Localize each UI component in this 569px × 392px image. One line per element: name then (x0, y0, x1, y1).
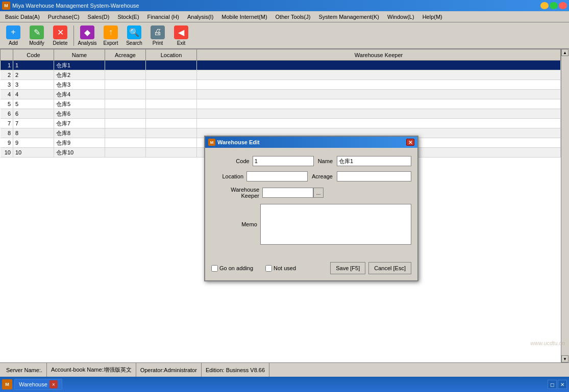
menu-item-financial--h-[interactable]: Financial (H) (143, 13, 183, 21)
memo-textarea[interactable] (260, 204, 411, 245)
server-status: Server Name:. (2, 363, 47, 377)
modal-title-text: Warehouse Edit (217, 139, 260, 145)
toolbar-btn-print[interactable]: 🖨Print (146, 24, 169, 47)
code-name-row: Code Name (211, 156, 411, 166)
print-label: Print (153, 40, 163, 46)
code-label: Code (211, 158, 253, 164)
analysis-label: Analysis (78, 40, 96, 46)
main-content: Code Name Acreage Location Warehouse Kee… (0, 49, 569, 362)
go-on-adding-wrap: Go on adding (211, 265, 253, 272)
modal-close-button[interactable]: ✕ (406, 139, 414, 146)
modal-overlay: M Warehouse Edit ✕ Code Name Location Ac… (0, 49, 569, 362)
code-input[interactable] (253, 156, 314, 166)
add-label: Add (9, 40, 18, 46)
not-used-wrap: Not used (265, 265, 296, 272)
maximize-button[interactable] (550, 2, 558, 9)
modal-footer: Go on adding Not used Save [F5] Cancel [… (205, 258, 417, 280)
save-button[interactable]: Save [F5] (330, 262, 365, 274)
modal-body: Code Name Location Acreage Warehouse Kee… (205, 148, 417, 258)
search-label: Search (126, 40, 142, 46)
go-on-adding-label: Go on adding (219, 265, 253, 271)
account-status: Account-book Name:增强版英文 (47, 363, 136, 377)
menu-item-analysis-i-[interactable]: Analysis(I) (183, 13, 217, 21)
exit-label: Exit (177, 40, 186, 46)
modify-label: Modify (29, 40, 44, 46)
menu-item-help-m-[interactable]: Help(M) (418, 13, 447, 21)
not-used-label: Not used (274, 265, 296, 271)
status-bar: Server Name:. Account-book Name:增强版英文 Op… (0, 362, 569, 377)
taskbar-close-button[interactable]: × (50, 380, 58, 388)
add-icon: + (6, 25, 20, 39)
taskbar: M Warehouse × ◻ ✕ (0, 377, 569, 392)
app-icon: M (2, 2, 10, 10)
minimize-button[interactable] (540, 2, 549, 9)
toolbar-btn-delete[interactable]: ✕Delete (49, 24, 71, 47)
menu-item-system-management-k-[interactable]: System Management(K) (314, 13, 383, 21)
menu-item-basic-data-a-[interactable]: Basic Data(A) (1, 13, 44, 21)
edition-status: Edition: Business V8.66 (202, 363, 269, 377)
keeper-input[interactable] (262, 188, 313, 198)
go-on-adding-checkbox[interactable] (211, 265, 218, 272)
print-icon: 🖨 (151, 25, 165, 39)
operator-status: Operator:Administrator (136, 363, 202, 377)
location-label: Location (211, 173, 246, 179)
keeper-row: Warehouse Keeper ... (211, 187, 411, 199)
taskbar-label: Warehouse (19, 381, 47, 387)
not-used-checkbox[interactable] (265, 265, 272, 272)
warehouse-edit-dialog: M Warehouse Edit ✕ Code Name Location Ac… (204, 136, 418, 281)
toolbar-btn-exit[interactable]: ◀Exit (170, 24, 192, 47)
close-button[interactable] (559, 2, 567, 9)
menu-item-purchase-c-[interactable]: Purchase(C) (44, 13, 84, 21)
toolbar: +Add✎Modify✕Delete◆Analysis↑Export🔍Searc… (0, 22, 569, 49)
delete-label: Delete (53, 40, 68, 46)
name-input[interactable] (337, 156, 411, 166)
taskbar-right-buttons: ◻ ✕ (548, 380, 567, 389)
toolbar-btn-add[interactable]: +Add (2, 24, 24, 47)
taskbar-close-all-button[interactable]: ✕ (558, 380, 567, 389)
export-label: Export (104, 40, 118, 46)
delete-icon: ✕ (53, 25, 67, 39)
menu-item-other-tools-j-[interactable]: Other Tools(J) (271, 13, 315, 21)
name-label: Name (318, 158, 333, 164)
location-acreage-row: Location Acreage (211, 171, 411, 181)
acreage-label: Acreage (312, 173, 333, 179)
taskbar-warehouse-button[interactable]: Warehouse × (14, 379, 62, 390)
toolbar-btn-analysis[interactable]: ◆Analysis (76, 24, 98, 47)
modify-icon: ✎ (30, 25, 44, 39)
menu-bar: Basic Data(A)Purchase(C)Sales(D)Stock(E)… (0, 11, 569, 22)
menu-item-sales-d-[interactable]: Sales(D) (84, 13, 114, 21)
export-icon: ↑ (104, 25, 118, 39)
menu-item-window-l-[interactable]: Window(L) (383, 13, 418, 21)
title-bar: M Miya Warehouse Management System-Wareh… (0, 0, 569, 11)
toolbar-separator-1 (73, 25, 74, 46)
menu-item-stock-e-[interactable]: Stock(E) (113, 13, 143, 21)
modal-icon: M (208, 139, 215, 146)
memo-row: Memo (211, 204, 411, 245)
search-icon: 🔍 (127, 25, 141, 39)
keeper-label: Warehouse Keeper (211, 187, 262, 199)
location-input[interactable] (246, 171, 308, 181)
acreage-input[interactable] (337, 171, 411, 181)
keeper-browse-button[interactable]: ... (313, 188, 324, 198)
cancel-button[interactable]: Cancel [Esc] (368, 262, 411, 274)
app-title: Miya Warehouse Management System-Warehou… (12, 3, 139, 9)
taskbar-icon: M (2, 379, 12, 389)
analysis-icon: ◆ (80, 25, 94, 39)
toolbar-btn-modify[interactable]: ✎Modify (26, 24, 48, 47)
menu-item-mobile-internet-m-[interactable]: Mobile Internet(M) (217, 13, 271, 21)
toolbar-btn-export[interactable]: ↑Export (100, 24, 122, 47)
exit-icon: ◀ (174, 25, 188, 39)
toolbar-btn-search[interactable]: 🔍Search (123, 24, 145, 47)
modal-title-bar: M Warehouse Edit ✕ (205, 137, 417, 148)
keeper-input-wrap: ... (262, 188, 324, 198)
footer-buttons: Save [F5] Cancel [Esc] (330, 262, 411, 274)
taskbar-restore-button[interactable]: ◻ (548, 380, 557, 389)
memo-label: Memo (211, 221, 260, 227)
